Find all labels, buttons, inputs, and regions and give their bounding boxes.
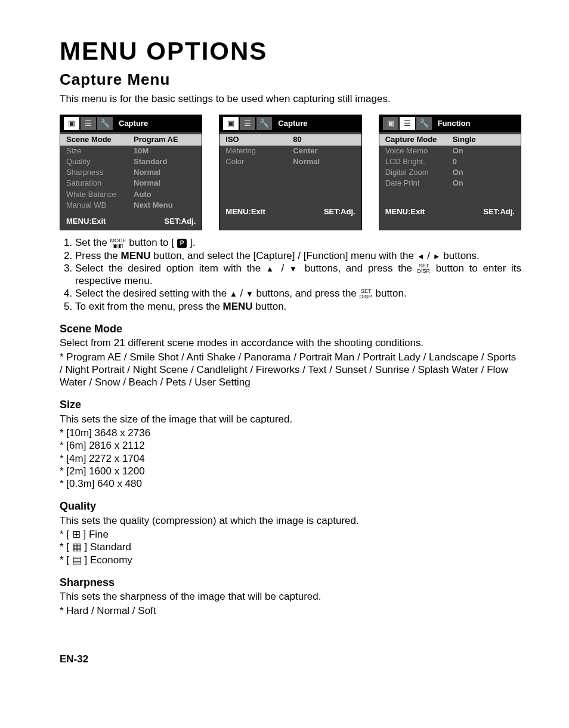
option-item: [10m] 3648 x 2736 [60, 427, 521, 439]
p-mode-icon: P [177, 239, 187, 249]
step-item: Select the desired setting with the ▲ / … [75, 287, 521, 300]
subsection-heading: Sharpness [60, 576, 521, 590]
screen-title: Capture [119, 119, 198, 128]
menu-row-value: Normal [293, 157, 355, 166]
option-item: [4m] 2272 x 1704 [60, 452, 521, 465]
menu-row-label: Quality [66, 157, 134, 166]
menu-row-value: On [453, 146, 515, 156]
screen-tabs: ▣ ☰ 🔧 Capture [60, 115, 202, 132]
subsection-desc: Select from 21 different scene modes in … [60, 337, 521, 349]
menu-row-label: White Balance [66, 190, 134, 199]
menu-row-value: 10M [134, 146, 196, 156]
screen-body: Capture Mode Single Voice Memo On LCD Br… [379, 132, 521, 205]
option-bullets: [10m] 3648 x 2736[6m] 2816 x 2112[4m] 22… [60, 427, 521, 490]
option-item: [2m] 1600 x 1200 [60, 465, 521, 477]
page-title: MENU OPTIONS [60, 36, 521, 67]
screen-footer: MENU:Exit SET:Adj. [219, 205, 361, 220]
menu-row-label: Voice Memo [385, 146, 453, 156]
menu-row: Scene Mode Program AE [60, 134, 202, 145]
camera-tab-icon: ▣ [64, 117, 79, 130]
menu-row-value: 80 [293, 135, 355, 144]
footer-left: MENU:Exit [66, 217, 106, 226]
step-item: Select the desired option item with the … [75, 262, 521, 288]
menu-row: Manual WB Next Menu [60, 200, 202, 211]
wrench-tab-icon: 🔧 [416, 117, 432, 130]
step-item: To exit from the menu, press the MENU bu… [75, 300, 521, 313]
menu-screenshot: ▣ ☰ 🔧 Capture Scene Mode Program AE Size… [60, 115, 202, 230]
screen-tabs: ▣ ☰ 🔧 Capture [219, 115, 361, 132]
menu-row: Size 10M [60, 146, 202, 156]
menu-row: Date Print On [379, 178, 521, 189]
subsection-desc: This sets the quality (compression) at w… [60, 514, 521, 527]
screen-footer: MENU:Exit SET:Adj. [379, 205, 521, 220]
menu-row-value: 0 [453, 157, 515, 166]
menu-row-label: ISO [225, 135, 293, 144]
subsection-heading: Quality [60, 499, 521, 513]
screen-body: ISO 80 Metering Center Color Normal [219, 132, 361, 205]
subsection-desc: This sets the size of the image that wil… [60, 413, 521, 425]
menu-row: Sharpness Normal [60, 167, 202, 178]
menu-row: Voice Memo On [379, 146, 521, 156]
menu-row-value: Normal [134, 168, 196, 177]
menu-row-value: On [453, 178, 515, 188]
menu-row-value: Next Menu [134, 200, 196, 210]
menu-row-label: LCD Bright. [385, 157, 453, 166]
subsection-heading: Scene Mode [60, 322, 521, 336]
set-disp-icon: SETDISP. [418, 263, 431, 274]
screen-footer: MENU:Exit SET:Adj. [60, 214, 202, 230]
footer-right: SET:Adj. [165, 217, 196, 226]
menu-row-label: Saturation [66, 178, 134, 188]
menu-screenshot: ▣ ☰ 🔧 Capture ISO 80 Metering Center Col… [219, 115, 361, 230]
section-title: Capture Menu [60, 70, 521, 90]
menu-row-label: Metering [225, 146, 293, 156]
menu-row: Capture Mode Single [379, 134, 521, 145]
menu-row-label: Capture Mode [385, 135, 453, 144]
option-list: * Program AE / Smile Shot / Anti Shake /… [60, 351, 521, 389]
intro-text: This menu is for the basic settings to b… [60, 92, 521, 105]
menu-row-label: Date Print [385, 178, 453, 188]
list-tab-icon: ☰ [240, 117, 255, 130]
menu-row: Saturation Normal [60, 178, 202, 189]
menu-row-label: Sharpness [66, 168, 134, 177]
menu-row: Metering Center [219, 146, 361, 156]
set-disp-icon: SETDISP. [360, 289, 373, 300]
footer-right: SET:Adj. [324, 207, 355, 217]
menu-screenshot: ▣ ☰ 🔧 Function Capture Mode Single Voice… [379, 115, 521, 230]
screen-title: Function [438, 119, 517, 128]
step-item: Press the MENU button, and select the [C… [75, 249, 521, 262]
menu-row-value: Center [293, 146, 355, 156]
page-number: EN-32 [60, 653, 521, 665]
menu-row-label: Size [66, 146, 134, 156]
screenshot-row: ▣ ☰ 🔧 Capture Scene Mode Program AE Size… [60, 115, 521, 230]
menu-row-value: Normal [134, 178, 196, 188]
menu-row-label: Scene Mode [66, 135, 134, 144]
camera-tab-icon: ▣ [383, 117, 398, 130]
subsection-desc: This sets the sharpness of the image tha… [60, 590, 521, 603]
menu-row: LCD Bright. 0 [379, 156, 521, 167]
menu-row-label: Manual WB [66, 200, 134, 210]
footer-left: MENU:Exit [385, 207, 425, 217]
screen-tabs: ▣ ☰ 🔧 Function [379, 115, 521, 132]
menu-row-value: On [453, 168, 515, 177]
option-list: * Hard / Normal / Soft [60, 604, 521, 617]
option-item: [ ▦ ] Standard [60, 541, 521, 553]
menu-row-value: Program AE [134, 135, 196, 144]
menu-row-label: Digital Zoom [385, 168, 453, 177]
list-tab-icon: ☰ [400, 117, 415, 130]
instruction-steps: Set the MODE▣◧ button to [ P ].Press the… [60, 236, 521, 313]
menu-row-value: Single [453, 135, 515, 144]
option-item: [0.3m] 640 x 480 [60, 477, 521, 490]
step-item: Set the MODE▣◧ button to [ P ]. [75, 236, 521, 249]
option-item: [6m] 2816 x 2112 [60, 439, 521, 452]
menu-row: Color Normal [219, 156, 361, 167]
list-tab-icon: ☰ [81, 117, 96, 130]
menu-row: ISO 80 [219, 134, 361, 145]
wrench-tab-icon: 🔧 [97, 117, 113, 130]
screen-body: Scene Mode Program AE Size 10M Quality S… [60, 132, 202, 214]
footer-right: SET:Adj. [483, 207, 515, 217]
mode-switch-icon: MODE▣◧ [110, 238, 126, 249]
screen-title: Capture [278, 119, 357, 128]
menu-row-value: Auto [134, 190, 196, 199]
camera-tab-icon: ▣ [223, 117, 239, 130]
option-item: [ ▤ ] Economy [60, 554, 521, 566]
